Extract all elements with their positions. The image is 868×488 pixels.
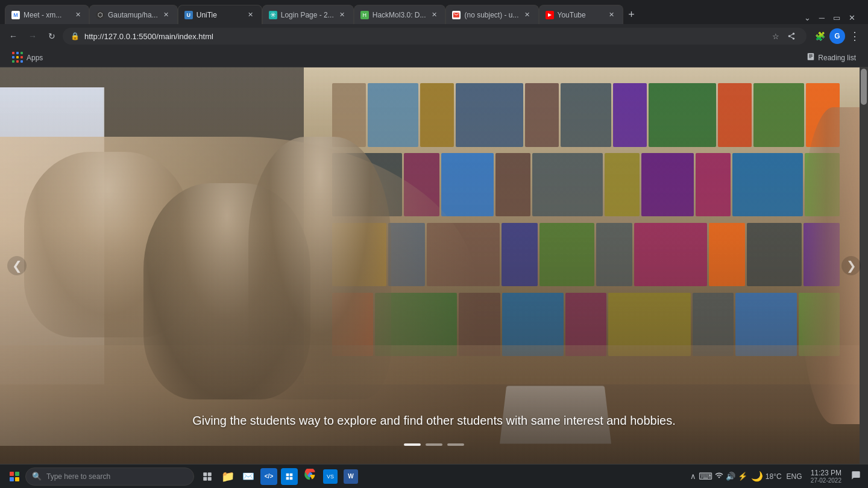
restore-button[interactable]: ▭ <box>830 11 843 24</box>
volume-icon[interactable]: 🔊 <box>726 472 735 481</box>
reading-list-label: Reading list <box>818 54 856 62</box>
chrome-button[interactable] <box>300 467 319 486</box>
tab-title-hackmol: HackMol3.0: D... <box>373 11 426 19</box>
language-indicator[interactable]: ENG <box>787 472 802 481</box>
scrollbar-thumb <box>861 69 867 105</box>
tab-close-hackmol[interactable]: ✕ <box>429 10 439 20</box>
apps-grid-icon <box>12 52 24 63</box>
tab-title-meet: Meet - xm... <box>24 11 69 19</box>
file-explorer-button[interactable]: 📁 <box>218 467 237 486</box>
usb-icon: ⚡ <box>738 472 747 481</box>
tab-close-github[interactable]: ✕ <box>162 10 171 20</box>
tab-github[interactable]: ⬡ Gautamup/ha... ✕ <box>89 5 178 24</box>
tab-gmail[interactable]: (no subject) - u... ✕ <box>445 5 538 24</box>
slider-dots <box>404 443 464 446</box>
tab-title-github: Gautamup/ha... <box>108 11 158 19</box>
slider-prev-button[interactable]: ❮ <box>7 256 27 275</box>
apps-bookmark[interactable]: Apps <box>7 50 48 65</box>
tab-favicon-hackmol: H <box>360 11 369 19</box>
tab-meet[interactable]: M Meet - xm... ✕ <box>5 5 89 24</box>
svg-rect-0 <box>203 472 207 476</box>
dev-button[interactable]: </> <box>259 467 278 486</box>
dev-icon: </> <box>260 468 277 485</box>
hero-photo <box>0 67 868 464</box>
reading-list-icon <box>807 52 815 63</box>
tab-close-meet[interactable]: ✕ <box>73 10 83 20</box>
tab-login[interactable]: ✳ Login Page - 2... ✕ <box>262 5 354 24</box>
taskbar-right: ∧ ⌨ 🔊 ⚡ 🌙 18°C ENG 11:23 PM 27-02-2022 <box>690 468 863 485</box>
tab-favicon-gmail <box>452 11 461 19</box>
chrome-icon <box>304 469 316 484</box>
extensions-button[interactable]: 🧩 <box>811 28 828 45</box>
scrollbar[interactable] <box>860 67 868 464</box>
tab-overflow-button[interactable]: ⌄ <box>801 11 814 24</box>
hero-slider: ❮ ❯ Giving the students way to explore a… <box>0 67 868 464</box>
network-icon[interactable] <box>715 471 723 481</box>
menu-button[interactable]: ⋮ <box>846 28 863 45</box>
start-button[interactable] <box>5 467 24 486</box>
hero-caption: Giving the students way to explore and f… <box>0 414 868 428</box>
slider-dot-2[interactable] <box>426 443 442 446</box>
tab-favicon-login: ✳ <box>269 11 277 19</box>
svg-rect-1 <box>208 472 212 476</box>
back-button[interactable]: ← <box>5 28 22 45</box>
file-icon: 📁 <box>221 470 234 483</box>
tab-hackmol[interactable]: H HackMol3.0: D... ✕ <box>354 5 446 24</box>
search-placeholder-text: Type here to search <box>46 472 187 481</box>
ms-store-icon <box>281 468 298 485</box>
notification-button[interactable] <box>849 469 863 484</box>
time-value: 11:23 PM <box>811 469 841 477</box>
slider-next-button[interactable]: ❯ <box>841 256 861 275</box>
main-content: ❮ ❯ Giving the students way to explore a… <box>0 67 868 464</box>
svg-rect-3 <box>208 477 212 480</box>
tab-favicon-youtube: ▶ <box>546 11 554 19</box>
lock-icon: 🔒 <box>71 32 80 40</box>
bookmarks-bar: Apps Reading list <box>0 48 868 67</box>
tab-close-unitie[interactable]: ✕ <box>246 10 256 20</box>
word-icon: W <box>344 469 358 484</box>
keyboard-icon: ⌨ <box>699 471 712 482</box>
windows-icon <box>10 472 19 481</box>
bookmark-star-button[interactable]: ☆ <box>769 29 783 43</box>
tab-close-gmail[interactable]: ✕ <box>523 10 532 20</box>
toolbar-right: 🧩 G ⋮ <box>811 28 863 45</box>
tab-unitie[interactable]: U UniTie ✕ <box>178 5 262 24</box>
forward-button[interactable]: → <box>24 28 41 45</box>
temperature-display: 🌙 18°C <box>751 471 782 482</box>
clock-display[interactable]: 11:23 PM 27-02-2022 <box>807 468 845 485</box>
tab-title-gmail: (no subject) - u... <box>464 11 518 19</box>
tab-bar: M Meet - xm... ✕ ⬡ Gautamup/ha... ✕ U Un… <box>0 0 868 24</box>
slider-dot-1[interactable] <box>404 443 421 446</box>
tab-youtube[interactable]: ▶ YouTube ✕ <box>539 5 623 24</box>
photo-overlay <box>0 67 868 464</box>
minimize-button[interactable]: ─ <box>816 11 828 24</box>
svg-rect-2 <box>203 477 207 480</box>
tab-title-login: Login Page - 2... <box>281 11 334 19</box>
vscode-icon: VS <box>323 469 338 484</box>
reading-list-button[interactable]: Reading list <box>802 51 861 64</box>
tab-close-youtube[interactable]: ✕ <box>607 10 617 20</box>
tab-favicon-github: ⬡ <box>96 11 104 19</box>
slider-dot-3[interactable] <box>447 443 464 446</box>
vscode-button[interactable]: VS <box>321 467 340 486</box>
profile-button[interactable]: G <box>829 28 845 44</box>
taskbar: 🔍 Type here to search 📁 ✉️ </> <box>0 464 868 488</box>
close-window-button[interactable]: ✕ <box>846 11 858 24</box>
system-tray: ∧ ⌨ 🔊 ⚡ <box>690 471 747 482</box>
reload-button[interactable]: ↻ <box>43 28 60 45</box>
url-bar[interactable]: 🔒 http://127.0.0.1:5500/main/index.html … <box>63 28 807 45</box>
task-view-button[interactable] <box>198 467 217 486</box>
tab-close-login[interactable]: ✕ <box>338 10 347 20</box>
url-text: http://127.0.0.1:5500/main/index.html <box>84 32 764 41</box>
word-button[interactable]: W <box>341 467 360 486</box>
mail-icon: ✉️ <box>242 471 254 482</box>
msstore-button[interactable] <box>280 467 299 486</box>
show-hidden-icons-button[interactable]: ∧ <box>690 472 696 481</box>
mail-button[interactable]: ✉️ <box>239 467 258 486</box>
add-tab-button[interactable]: + <box>623 6 640 23</box>
taskbar-app-icons: 📁 ✉️ </> <box>198 467 360 486</box>
tab-favicon-unitie: U <box>184 11 193 19</box>
share-button[interactable] <box>784 29 799 43</box>
taskbar-search-bar[interactable]: 🔍 Type here to search <box>25 468 194 486</box>
hero-caption-text: Giving the students way to explore and f… <box>192 414 676 427</box>
